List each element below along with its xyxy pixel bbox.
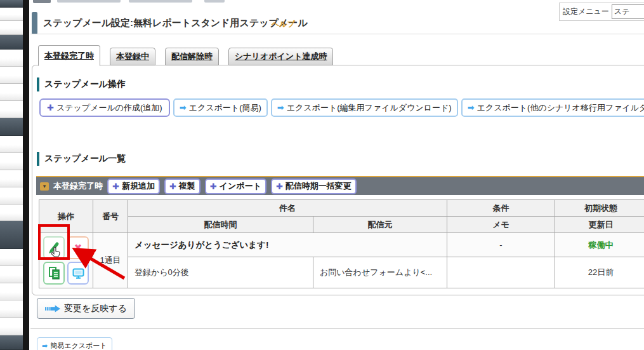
sidebar-item[interactable] bbox=[0, 50, 23, 67]
create-stepmail-button[interactable]: ✚ ステップメールの作成(追加) bbox=[39, 98, 170, 117]
plus-icon: ✚ bbox=[47, 103, 54, 112]
number-cell: 1通目 bbox=[93, 233, 128, 288]
apply-changes-button[interactable]: 変更を反映する bbox=[37, 298, 135, 319]
page: ステップメール設定:無料レポートスタンド用ステップメール ヘルプ 設定メニュー … bbox=[0, 0, 644, 350]
tab-registration-complete[interactable]: 本登録完了時 bbox=[38, 45, 100, 66]
col-header-delivery-time: 配信時間 bbox=[128, 217, 313, 233]
export-edit-file-label: エクスポート(編集用ファイルダウンロード) bbox=[287, 102, 452, 114]
tab-bar: 本登録完了時 本登録中 配信解除時 シナリオポイント達成時 bbox=[38, 44, 333, 65]
sender-cell: お問い合わせフォームより<... bbox=[313, 257, 447, 288]
sidebar-item[interactable] bbox=[0, 8, 23, 21]
mouse-cursor-icon bbox=[50, 246, 61, 258]
sidebar-item[interactable] bbox=[0, 318, 23, 335]
export-other-scenario-label: エクスポート(他のシナリオ移行用ファイルダウン bbox=[477, 102, 644, 114]
delete-button[interactable]: ✖ bbox=[67, 236, 89, 259]
operations-section-header: ステップメール操作 bbox=[37, 77, 126, 91]
sidebar-item[interactable] bbox=[0, 266, 23, 283]
arrow-icon: ➡ bbox=[468, 103, 475, 112]
title-accent-bar bbox=[32, 12, 37, 34]
sidebar-item[interactable] bbox=[0, 21, 23, 35]
operations-section-title: ステップメール操作 bbox=[44, 79, 126, 90]
edit-button[interactable] bbox=[43, 236, 65, 259]
header-divider bbox=[30, 34, 644, 34]
quick-export-button[interactable]: ➡ 簡易エクスポート bbox=[37, 337, 112, 350]
table-row: 登録から0分後 お問い合わせフォームより<... 22日前 bbox=[39, 257, 644, 288]
sidebar-item[interactable] bbox=[0, 101, 23, 118]
sidebar-section-header[interactable] bbox=[0, 221, 23, 249]
help-link[interactable]: ヘルプ bbox=[272, 19, 295, 30]
sidebar-section-header[interactable] bbox=[0, 118, 23, 136]
plus-icon: ✚ bbox=[276, 182, 283, 191]
condition-cell: - bbox=[447, 233, 555, 257]
col-header-number: 番号 bbox=[93, 200, 128, 233]
sidebar-divider-strip bbox=[23, 0, 29, 350]
sidebar-section-header[interactable] bbox=[0, 35, 23, 50]
sidebar-item[interactable] bbox=[0, 136, 23, 153]
sidebar-section-header[interactable] bbox=[0, 335, 23, 350]
arrow-icon: ➡ bbox=[42, 342, 48, 350]
status-badge: 稼働中 bbox=[555, 233, 644, 257]
stepmail-table: 操作 番号 件名 条件 初期状態 配信時間 配信元 メモ 更新日 bbox=[39, 199, 644, 288]
table-row: ✖ bbox=[39, 233, 644, 257]
tab-unsubscribe[interactable]: 配信解除時 bbox=[165, 48, 219, 65]
cropped-top-fragment bbox=[33, 0, 51, 3]
tab-scenario-point[interactable]: シナリオポイント達成時 bbox=[228, 48, 333, 65]
col-header-sender: 配信元 bbox=[313, 217, 447, 233]
export-other-scenario-button[interactable]: ➡ エクスポート(他のシナリオ移行用ファイルダウン bbox=[461, 98, 644, 117]
updated-cell: 22日前 bbox=[555, 257, 644, 288]
sidebar-item[interactable] bbox=[0, 84, 23, 101]
import-label: インポート bbox=[220, 180, 261, 192]
tab-registering[interactable]: 本登録中 bbox=[110, 48, 155, 65]
cropped-top-fragment bbox=[204, 0, 225, 3]
memo-cell bbox=[447, 257, 555, 288]
col-header-memo: メモ bbox=[447, 217, 555, 233]
section-accent-bar bbox=[37, 77, 39, 91]
delivery-time-cell: 登録から0分後 bbox=[128, 257, 313, 288]
sidebar-item[interactable] bbox=[0, 170, 23, 187]
plus-icon: ✚ bbox=[169, 182, 176, 191]
section-accent-bar bbox=[37, 152, 39, 166]
quick-export-label: 簡易エクスポート bbox=[50, 341, 107, 350]
export-edit-file-button[interactable]: ➡ エクスポート(編集用ファイルダウンロード) bbox=[271, 98, 458, 117]
page-title: ステップメール設定:無料レポートスタンド用ステップメール bbox=[43, 17, 308, 29]
collapse-icon[interactable]: ▾ bbox=[40, 182, 49, 191]
col-header-condition: 条件 bbox=[447, 200, 555, 217]
sidebar-item[interactable] bbox=[0, 249, 23, 266]
bulk-change-button[interactable]: ✚ 配信時期一括変更 bbox=[271, 178, 357, 194]
action-button-grid: ✖ bbox=[42, 236, 90, 285]
cropped-top-fragment bbox=[57, 0, 121, 3]
sidebar-item[interactable] bbox=[0, 187, 23, 205]
settings-menu-box: 設定メニュー ステ bbox=[559, 3, 644, 21]
preview-button[interactable] bbox=[67, 262, 89, 285]
export-simple-label: エクスポート(簡易) bbox=[189, 102, 261, 114]
duplicate-button[interactable]: ✚ 複製 bbox=[164, 178, 200, 194]
sidebar-item[interactable] bbox=[0, 205, 23, 221]
export-simple-button[interactable]: ➡ エクスポート(簡易) bbox=[173, 98, 268, 117]
list-section-header: ステップメール一覧 bbox=[37, 152, 126, 166]
settings-menu-select[interactable]: ステ bbox=[612, 4, 644, 19]
subject-cell: メッセージありがとうございます! bbox=[128, 233, 447, 257]
sidebar-item[interactable] bbox=[0, 67, 23, 84]
plus-icon: ✚ bbox=[112, 182, 119, 191]
sidebar-item[interactable] bbox=[0, 283, 23, 300]
plus-icon: ✚ bbox=[210, 182, 217, 191]
bulk-change-label: 配信時期一括変更 bbox=[286, 180, 352, 192]
duplicate-label: 複製 bbox=[179, 180, 195, 192]
operations-button-row: ✚ ステップメールの作成(追加) ➡ エクスポート(簡易) ➡ エクスポート(編… bbox=[39, 98, 644, 117]
add-new-label: 新規追加 bbox=[122, 180, 155, 192]
cropped-top-fragment bbox=[129, 0, 192, 3]
list-section-title: ステップメール一覧 bbox=[44, 153, 126, 165]
sidebar-cropped bbox=[0, 0, 23, 350]
import-button[interactable]: ✚ インポート bbox=[205, 178, 266, 194]
settings-menu-label: 設定メニュー bbox=[563, 6, 609, 17]
create-stepmail-label: ステップメールの作成(追加) bbox=[56, 102, 162, 114]
list-toolbar: ▾ 本登録完了時 ✚ 新規追加 ✚ 複製 ✚ インポート ✚ 配信時期一括変更 bbox=[36, 176, 644, 195]
add-new-button[interactable]: ✚ 新規追加 bbox=[107, 178, 160, 194]
copy-button[interactable] bbox=[43, 262, 65, 285]
sidebar-section-header[interactable] bbox=[0, 0, 23, 8]
toolbar-label: 本登録完了時 bbox=[53, 180, 103, 192]
arrow-icon: ➡ bbox=[277, 103, 284, 112]
sidebar-item[interactable] bbox=[0, 300, 23, 318]
sidebar-item[interactable] bbox=[0, 153, 23, 170]
apply-changes-label: 変更を反映する bbox=[64, 303, 127, 314]
